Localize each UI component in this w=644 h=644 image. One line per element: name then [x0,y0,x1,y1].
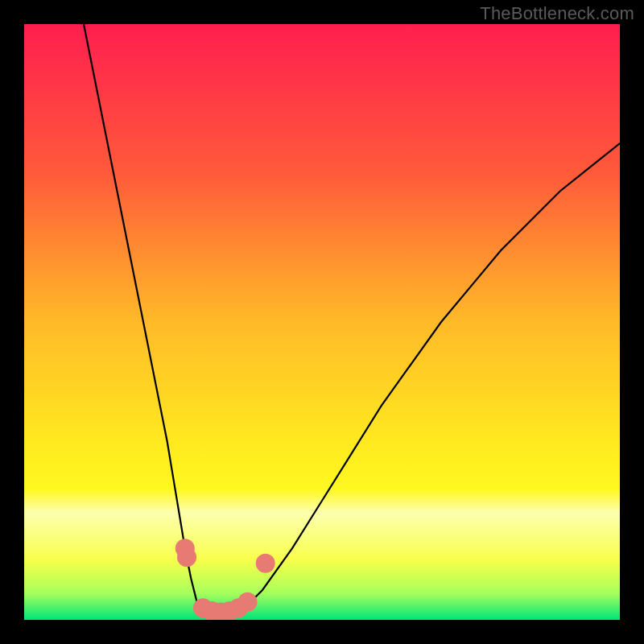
chart-svg [24,24,620,620]
highlight-dot [238,592,258,612]
highlight-dot [256,554,275,573]
watermark-text: TheBottleneck.com [480,3,634,24]
plot-area [24,24,620,620]
highlight-dot [177,547,196,567]
outer-black-frame: TheBottleneck.com [0,0,644,644]
gradient-background [24,24,620,620]
